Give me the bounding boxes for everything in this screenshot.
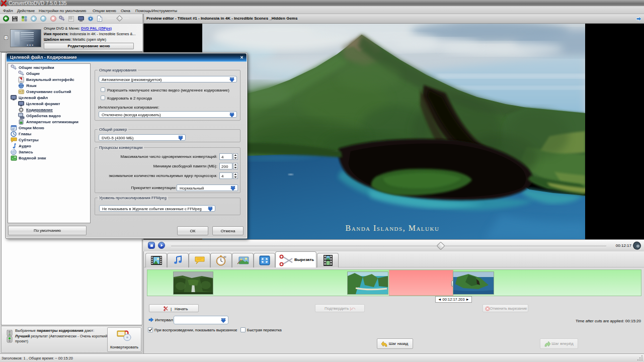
svg-text:Banda Islands, Maluku: Banda Islands, Maluku: [346, 224, 440, 232]
